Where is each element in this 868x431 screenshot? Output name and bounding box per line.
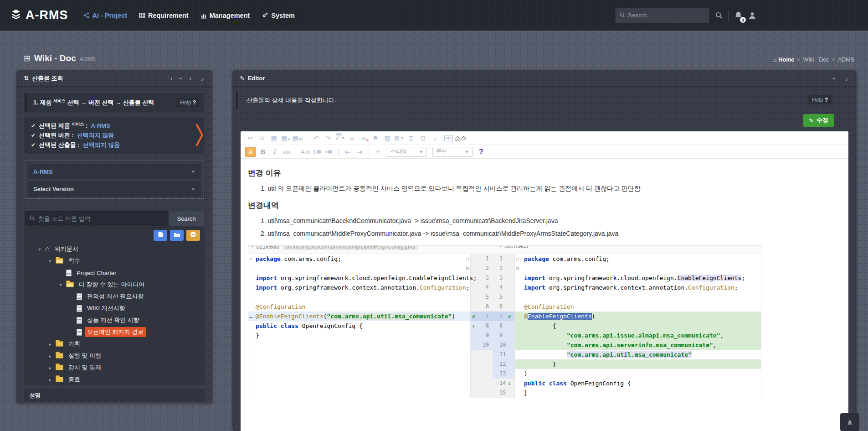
breadcrumb-home[interactable]: ⌂Home bbox=[773, 57, 794, 63]
caret-collapsed-icon[interactable]: ▸ bbox=[47, 377, 53, 382]
editor-help-button[interactable]: Help? bbox=[808, 95, 832, 104]
anchor-icon[interactable]: ⚑ bbox=[370, 133, 380, 143]
caret-expanded-icon[interactable]: ▾ bbox=[58, 282, 63, 287]
italic-icon[interactable]: I bbox=[270, 147, 280, 157]
paste-icon[interactable]: ▤ bbox=[269, 133, 279, 143]
apply-change-icon[interactable]: ↺ bbox=[472, 312, 475, 321]
diff-gutter-row-11: 11 bbox=[471, 350, 514, 359]
unlink-icon[interactable]: ∞✕ bbox=[359, 133, 369, 143]
selected-value[interactable]: 선택되지 않음 bbox=[83, 141, 120, 149]
navbar-search-input[interactable] bbox=[628, 12, 705, 19]
caret-collapsed-icon[interactable]: ▸ bbox=[47, 365, 53, 370]
editor-info-text: 산출물의 상세 내용을 작성합니다. bbox=[247, 96, 336, 104]
node-search-input[interactable] bbox=[38, 215, 164, 222]
file-icon: ▪ bbox=[500, 246, 501, 249]
expand-icon[interactable]: ↔ bbox=[197, 74, 206, 83]
bold-icon[interactable]: B bbox=[258, 147, 268, 157]
remove-format-icon[interactable]: A⌫ bbox=[300, 147, 310, 157]
tree-item[interactable]: 편의성 개선 필요사항 bbox=[25, 291, 204, 302]
tree-item[interactable]: ▸감시 및 통제 bbox=[25, 362, 204, 374]
remove-node-button[interactable] bbox=[186, 230, 200, 241]
ordered-list-icon[interactable]: 1≣ bbox=[312, 147, 322, 157]
cut-icon[interactable]: ✂ bbox=[245, 133, 255, 143]
caret-collapsed-icon[interactable]: ▸ bbox=[47, 342, 53, 347]
apply-change-icon[interactable]: ↺ bbox=[508, 312, 511, 321]
tree-item[interactable]: ▾착수 bbox=[25, 255, 204, 267]
image-icon[interactable]: ▨ bbox=[382, 133, 392, 143]
tree-item[interactable]: ▾⌂위키문서 bbox=[25, 243, 204, 255]
code-line: ) bbox=[524, 369, 761, 379]
logo[interactable]: A-RMS bbox=[10, 8, 68, 22]
notifications-icon[interactable]: 3 bbox=[734, 11, 743, 20]
edit-button[interactable]: ✎ 수정 bbox=[803, 114, 834, 127]
strikethrough-icon[interactable]: abc bbox=[282, 147, 292, 157]
about-icon[interactable]: ? bbox=[476, 147, 486, 157]
breadcrumb-item[interactable]: Wiki - Doc bbox=[803, 57, 829, 63]
diff-gutter-row-12: 12 bbox=[471, 359, 514, 369]
line-number: 9 bbox=[494, 332, 503, 338]
horizontal-rule-icon[interactable]: ≣ bbox=[406, 133, 416, 143]
dropdown-label: 스타일 bbox=[390, 148, 407, 156]
paste-word-icon[interactable]: ▤W bbox=[293, 133, 303, 143]
paste-plaintext-icon[interactable]: ▤A bbox=[281, 133, 291, 143]
open-folder-button[interactable] bbox=[170, 230, 184, 241]
scroll-to-top-button[interactable]: ∧ bbox=[840, 413, 859, 431]
link-icon[interactable]: ∞ bbox=[347, 133, 357, 143]
nav-item-requirement[interactable]: Requirement bbox=[134, 8, 193, 23]
spellcheck-icon[interactable]: ✓ABC▼ bbox=[335, 133, 345, 143]
node-search-button[interactable]: Search bbox=[169, 211, 204, 226]
text-color-icon[interactable]: A bbox=[245, 147, 256, 157]
caret-expanded-icon[interactable]: ▾ bbox=[47, 259, 53, 264]
nav-item-system[interactable]: System bbox=[257, 8, 299, 23]
tree-item[interactable]: 성능 개선 확인 사항 bbox=[25, 314, 204, 326]
blockquote-icon[interactable]: ” bbox=[373, 147, 383, 157]
gutter-left-cell: 2 bbox=[471, 264, 493, 273]
paragraph-dropdown[interactable]: 문단▼ bbox=[432, 147, 473, 157]
sort-icon: ⇅ bbox=[24, 75, 29, 82]
new-document-button[interactable] bbox=[154, 230, 167, 241]
diff-left-line-3: import org.springframework.cloud.openfei… bbox=[248, 273, 470, 283]
sidebar-help-button[interactable]: Help? bbox=[176, 98, 200, 107]
copy-icon[interactable]: ⧉ bbox=[257, 133, 267, 143]
tree-item[interactable]: ▸기획 bbox=[25, 338, 204, 350]
collapse-left-icon[interactable]: ‹ bbox=[170, 75, 173, 82]
undo-icon[interactable]: ↶ bbox=[311, 133, 321, 143]
style-dropdown[interactable]: 스타일▼ bbox=[387, 147, 427, 157]
tree-item[interactable]: 오픈페인 패키지 경로 bbox=[25, 326, 204, 338]
expand-icon[interactable]: ↔ bbox=[842, 74, 851, 83]
code-line: @Configuration bbox=[256, 302, 470, 312]
tree-item[interactable]: Project Charter bbox=[25, 267, 204, 279]
chevron-down-icon[interactable]: › bbox=[178, 77, 184, 79]
tree-item[interactable]: ▸종료 bbox=[25, 374, 204, 385]
user-icon[interactable] bbox=[748, 11, 756, 20]
nav-item-management[interactable]: Management bbox=[196, 8, 255, 23]
nav-item-ai-project[interactable]: Ai - Project bbox=[78, 8, 132, 23]
special-char-icon[interactable]: Ω bbox=[418, 133, 428, 143]
annotate-icon[interactable]: ↓ bbox=[508, 379, 511, 388]
redo-icon[interactable]: ↷ bbox=[323, 133, 333, 143]
collapse-right-icon[interactable]: › bbox=[189, 75, 191, 82]
annotate-icon[interactable]: ↓ bbox=[472, 321, 475, 331]
maximize-icon[interactable]: ↔ bbox=[430, 133, 440, 143]
selected-value[interactable]: A-RMS bbox=[91, 122, 110, 129]
version-select[interactable]: Select Version ▼ bbox=[28, 181, 201, 197]
tree-item[interactable]: ▸실행 및 이행 bbox=[25, 350, 204, 362]
tree-item[interactable]: ▾더 잘할 수 있는 아이디어 bbox=[25, 279, 204, 291]
product-select[interactable]: A-RMS ▼ bbox=[28, 164, 201, 179]
breadcrumb-item[interactable]: ADMS bbox=[838, 57, 854, 63]
table-icon[interactable]: ⊞▼ bbox=[394, 133, 404, 143]
chevron-down-icon[interactable]: › bbox=[832, 77, 838, 79]
selected-value[interactable]: 선택되지 않음 bbox=[77, 131, 114, 140]
outdent-icon[interactable]: ⇤ bbox=[343, 147, 353, 157]
editor-toolbar-row1: ✂⧉▤▤A▤W↶↷✓ABC▼∞∞✕⚑▨⊞▼≣Ω↔</>소스 bbox=[241, 131, 848, 145]
navbar-divider bbox=[728, 10, 729, 21]
nav-item-label: Ai - Project bbox=[92, 12, 128, 19]
tree-item[interactable]: WIKI 개선사항 bbox=[25, 302, 204, 314]
search-submit-icon[interactable] bbox=[715, 11, 723, 19]
source-icon[interactable]: </>소스 bbox=[444, 134, 467, 142]
caret-expanded-icon[interactable]: ▾ bbox=[37, 247, 42, 252]
breadcrumb-home-label: Home bbox=[779, 57, 795, 63]
caret-collapsed-icon[interactable]: ▸ bbox=[47, 353, 53, 358]
indent-icon[interactable]: ⇥ bbox=[354, 147, 365, 157]
unordered-list-icon[interactable]: •≣ bbox=[324, 147, 334, 157]
